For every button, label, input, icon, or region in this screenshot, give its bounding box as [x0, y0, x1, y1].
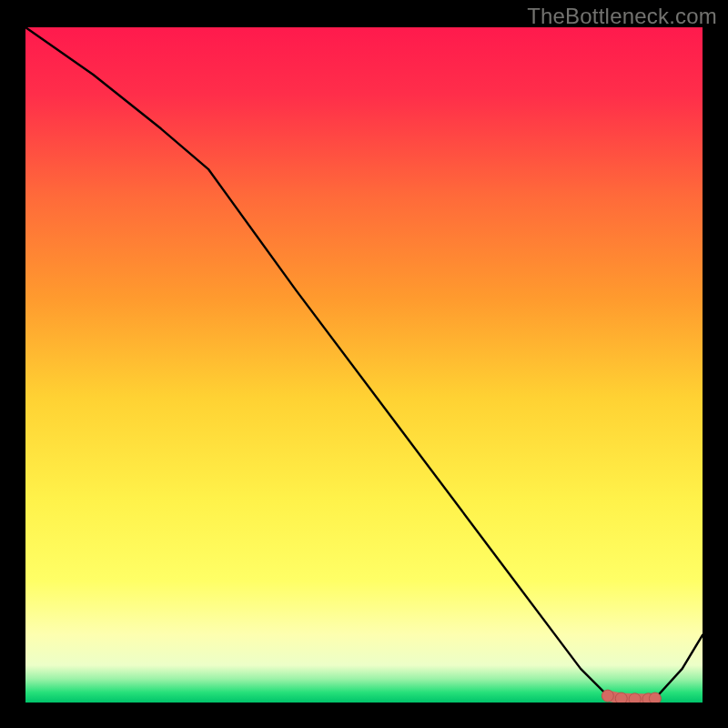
svg-point-5: [649, 693, 661, 703]
chart-overlay: [25, 27, 703, 703]
bottleneck-curve: [25, 27, 703, 699]
svg-point-3: [629, 693, 641, 703]
svg-point-1: [602, 690, 613, 702]
watermark-text: TheBottleneck.com: [527, 4, 717, 29]
sweet-spot-dots: [602, 690, 661, 703]
chart-frame: TheBottleneck.com: [0, 0, 728, 728]
svg-point-2: [615, 693, 627, 703]
plot-area: [25, 27, 703, 703]
